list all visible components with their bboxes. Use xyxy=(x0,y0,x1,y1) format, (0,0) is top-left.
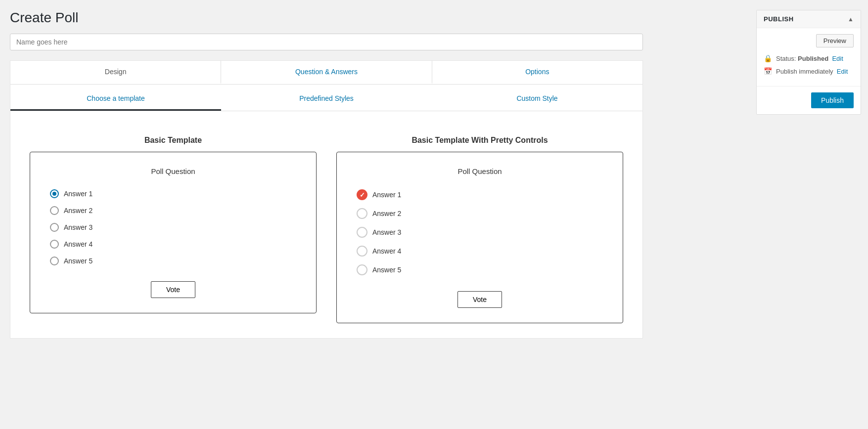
publish-button[interactable]: Publish xyxy=(811,92,854,108)
page-title: Create Poll xyxy=(10,10,739,26)
list-item: Answer 1 xyxy=(50,185,296,202)
basic-vote-button[interactable]: Vote xyxy=(151,281,195,298)
preview-button[interactable]: Preview xyxy=(816,34,854,47)
list-item: Answer 3 xyxy=(50,219,296,236)
answer-label: Answer 5 xyxy=(372,266,401,274)
template-pretty-card: Poll Question Answer 1 Answer 2 xyxy=(336,152,623,323)
sidebar: PUBLISH ▲ Preview 🔒 Status: Published Ed… xyxy=(749,0,868,429)
answer-label: Answer 5 xyxy=(64,257,92,265)
sub-tab-predefined-styles[interactable]: Predefined Styles xyxy=(221,90,432,111)
poll-name-input[interactable] xyxy=(10,34,643,50)
template-basic[interactable]: Basic Template Poll Question Answer 1 xyxy=(30,136,317,323)
answer-label: Answer 1 xyxy=(64,190,92,198)
radio-basic-2[interactable] xyxy=(50,206,59,215)
answer-label: Answer 3 xyxy=(64,223,92,231)
radio-pretty-4[interactable] xyxy=(357,246,367,257)
answer-label: Answer 2 xyxy=(372,210,401,217)
template-basic-title: Basic Template xyxy=(30,136,317,145)
list-item: Answer 4 xyxy=(357,242,603,260)
radio-basic-5[interactable] xyxy=(50,257,59,265)
status-row: 🔒 Status: Published Edit xyxy=(764,54,854,62)
sub-tab-custom-style[interactable]: Custom Style xyxy=(432,90,642,111)
main-card: Design Question & Answers Options Choose… xyxy=(10,60,643,339)
radio-basic-1[interactable] xyxy=(50,189,59,198)
sub-tabs: Choose a template Predefined Styles Cust… xyxy=(10,85,642,111)
list-item: Answer 1 xyxy=(357,185,603,204)
tab-design[interactable]: Design xyxy=(10,61,221,84)
publish-panel-body: Preview 🔒 Status: Published Edit 📅 Publi… xyxy=(757,28,861,86)
collapse-icon[interactable]: ▲ xyxy=(848,16,854,23)
basic-poll-question: Poll Question xyxy=(50,167,296,175)
list-item: Answer 5 xyxy=(50,253,296,269)
radio-pretty-5[interactable] xyxy=(357,264,367,275)
publish-panel-header: PUBLISH ▲ xyxy=(757,10,861,28)
tab-options[interactable]: Options xyxy=(432,61,642,84)
publish-panel: PUBLISH ▲ Preview 🔒 Status: Published Ed… xyxy=(756,10,861,115)
pretty-vote-button[interactable]: Vote xyxy=(457,291,502,308)
schedule-row: 📅 Publish immediately Edit xyxy=(764,67,854,75)
calendar-icon: 📅 xyxy=(764,67,772,75)
pretty-poll-question: Poll Question xyxy=(357,167,603,175)
answer-label: Answer 4 xyxy=(64,240,92,248)
radio-basic-4[interactable] xyxy=(50,240,59,249)
radio-pretty-1[interactable] xyxy=(357,189,367,200)
answer-label: Answer 4 xyxy=(372,247,401,255)
tab-qa[interactable]: Question & Answers xyxy=(221,61,432,84)
schedule-edit-link[interactable]: Edit xyxy=(837,68,848,75)
status-label: Status: Published Edit xyxy=(776,55,843,62)
list-item: Answer 2 xyxy=(50,202,296,219)
templates-area: Basic Template Poll Question Answer 1 xyxy=(10,121,642,338)
list-item: Answer 3 xyxy=(357,223,603,242)
answer-label: Answer 2 xyxy=(64,207,92,214)
publish-footer: Publish xyxy=(757,86,861,114)
publish-panel-title: PUBLISH xyxy=(764,15,794,23)
basic-answer-list: Answer 1 Answer 2 Answer 3 xyxy=(50,185,296,269)
status-edit-link[interactable]: Edit xyxy=(832,55,843,62)
schedule-label: Publish immediately Edit xyxy=(776,68,848,75)
radio-basic-3[interactable] xyxy=(50,223,59,232)
sub-tab-choose-template[interactable]: Choose a template xyxy=(10,90,221,111)
radio-pretty-3[interactable] xyxy=(357,227,367,238)
templates-grid: Basic Template Poll Question Answer 1 xyxy=(20,131,633,328)
list-item: Answer 2 xyxy=(357,204,603,223)
answer-label: Answer 1 xyxy=(372,191,401,199)
lock-icon: 🔒 xyxy=(764,54,772,62)
list-item: Answer 4 xyxy=(50,236,296,253)
template-basic-card: Poll Question Answer 1 Answer 2 xyxy=(30,152,317,313)
template-pretty-title: Basic Template With Pretty Controls xyxy=(336,136,623,145)
answer-label: Answer 3 xyxy=(372,228,401,236)
template-pretty[interactable]: Basic Template With Pretty Controls Poll… xyxy=(336,136,623,323)
list-item: Answer 5 xyxy=(357,260,603,279)
radio-pretty-2[interactable] xyxy=(357,208,367,219)
pretty-answer-list: Answer 1 Answer 2 Answer 3 xyxy=(357,185,603,279)
main-tabs: Design Question & Answers Options xyxy=(10,61,642,85)
